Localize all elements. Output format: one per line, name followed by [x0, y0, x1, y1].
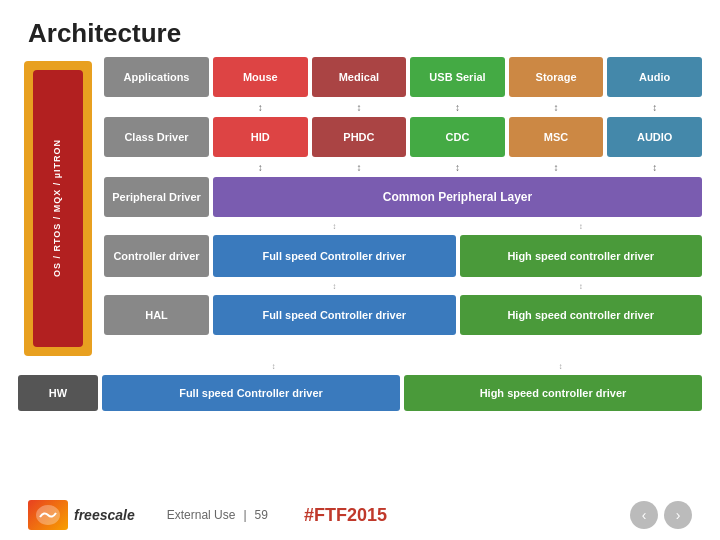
- class-driver-label: Class Driver: [104, 117, 209, 157]
- peripheral-driver-row: Peripheral Driver Common Peripheral Laye…: [104, 177, 702, 217]
- cell-mouse: Mouse: [213, 57, 308, 97]
- arrow-8: ↕: [410, 162, 505, 172]
- cell-phdc: PHDC: [312, 117, 407, 157]
- left-stack: OS / RTOS / MQX / µITRON: [18, 61, 98, 361]
- cell-audio2: AUDIO: [607, 117, 702, 157]
- cell-msc: MSC: [509, 117, 604, 157]
- arrow-14: ↕: [460, 282, 703, 290]
- arrow-hw-1: ↕: [132, 361, 415, 371]
- arrows-to-hw: ↕ ↕: [18, 361, 702, 371]
- hw-full-speed: Full speed Controller driver: [102, 375, 400, 411]
- class-driver-content: HID PHDC CDC MSC AUDIO: [213, 117, 702, 157]
- hal-label: HAL: [104, 295, 209, 335]
- arrow-1: ↕: [213, 102, 308, 112]
- controller-driver-content: Full speed Controller driver High speed …: [213, 235, 702, 277]
- arrow-10: ↕: [607, 162, 702, 172]
- hal-full-speed: Full speed Controller driver: [213, 295, 456, 335]
- footer-info: External Use | 59: [167, 508, 268, 522]
- arrow-5: ↕: [607, 102, 702, 112]
- hw-high-speed: High speed controller driver: [404, 375, 702, 411]
- page-number: 59: [255, 508, 268, 522]
- footer: freescale External Use | 59 #FTF2015 ‹ ›: [0, 500, 720, 530]
- applications-label: Applications: [104, 57, 209, 97]
- arrow-11: ↕: [213, 222, 456, 230]
- arrows-row-4: ↕ ↕: [104, 282, 702, 290]
- stack-inner: OS / RTOS / MQX / µITRON: [33, 70, 83, 347]
- class-driver-row: Class Driver HID PHDC CDC MSC AUDIO: [104, 117, 702, 157]
- controller-full-speed: Full speed Controller driver: [213, 235, 456, 277]
- hw-content: Full speed Controller driver High speed …: [102, 375, 702, 411]
- cell-hid: HID: [213, 117, 308, 157]
- arrow-hw-2: ↕: [419, 361, 702, 371]
- common-peripheral-layer: Common Peripheral Layer: [213, 177, 702, 217]
- hw-row: HW Full speed Controller driver High spe…: [18, 375, 702, 411]
- arrows-row-3: ↕ ↕: [104, 222, 702, 230]
- arrow-7: ↕: [312, 162, 407, 172]
- arrow-13: ↕: [213, 282, 456, 290]
- cell-storage: Storage: [509, 57, 604, 97]
- hal-content: Full speed Controller driver High speed …: [213, 295, 702, 335]
- diagram-container: OS / RTOS / MQX / µITRON Applications Mo…: [18, 57, 702, 361]
- arrow-6: ↕: [213, 162, 308, 172]
- arrows-row-2: ↕ ↕ ↕ ↕ ↕: [213, 162, 702, 172]
- applications-content: Mouse Medical USB Serial Storage Audio: [213, 57, 702, 97]
- cell-medical: Medical: [312, 57, 407, 97]
- freescale-icon: [32, 503, 64, 527]
- external-use-label: External Use: [167, 508, 236, 522]
- stack-layers: OS / RTOS / MQX / µITRON: [24, 61, 92, 361]
- arrow-3: ↕: [410, 102, 505, 112]
- cell-audio: Audio: [607, 57, 702, 97]
- hw-label: HW: [18, 375, 98, 411]
- controller-driver-row: Controller driver Full speed Controller …: [104, 235, 702, 277]
- hashtag: #FTF2015: [304, 505, 387, 526]
- logo-text: freescale: [74, 507, 135, 523]
- arrow-4: ↕: [509, 102, 604, 112]
- arrows-row-1: ↕ ↕ ↕ ↕ ↕: [213, 102, 702, 112]
- page-title: Architecture: [0, 0, 720, 57]
- peripheral-driver-label: Peripheral Driver: [104, 177, 209, 217]
- arrow-9: ↕: [509, 162, 604, 172]
- hal-row: HAL Full speed Controller driver High sp…: [104, 295, 702, 335]
- cell-cdc: CDC: [410, 117, 505, 157]
- arrow-12: ↕: [460, 222, 703, 230]
- logo-icon: [28, 500, 68, 530]
- cell-usbserial: USB Serial: [410, 57, 505, 97]
- next-button[interactable]: ›: [664, 501, 692, 529]
- prev-button[interactable]: ‹: [630, 501, 658, 529]
- hal-high-speed: High speed controller driver: [460, 295, 703, 335]
- separator: |: [243, 508, 246, 522]
- stack-label: OS / RTOS / MQX / µITRON: [52, 139, 64, 277]
- nav-arrows[interactable]: ‹ ›: [630, 501, 692, 529]
- controller-high-speed: High speed controller driver: [460, 235, 703, 277]
- controller-driver-label: Controller driver: [104, 235, 209, 277]
- applications-row: Applications Mouse Medical USB Serial St…: [104, 57, 702, 97]
- arrow-2: ↕: [312, 102, 407, 112]
- diagram-area: Applications Mouse Medical USB Serial St…: [104, 57, 702, 361]
- freescale-logo: freescale: [28, 500, 135, 530]
